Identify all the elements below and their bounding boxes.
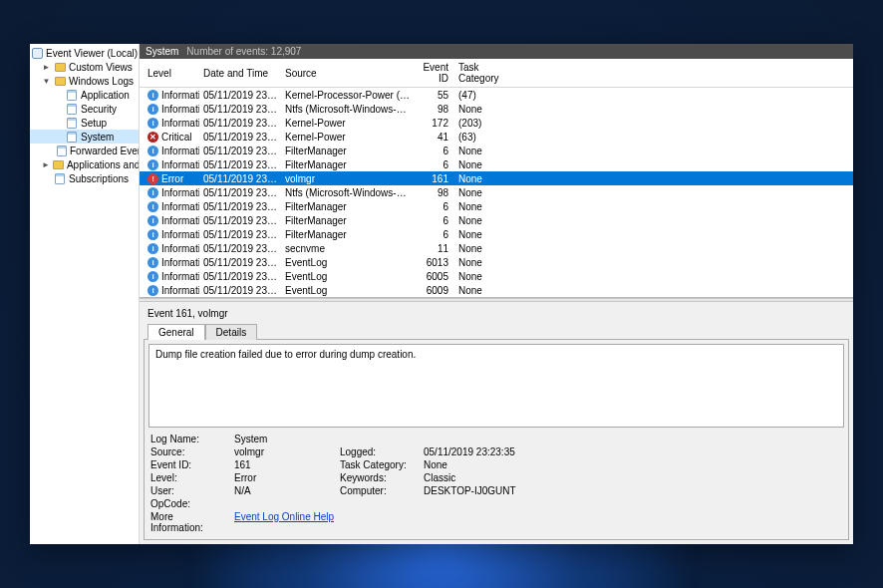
cell-taskcat: (47) [454,90,524,101]
tree-node-forwarded-events[interactable]: Forwarded Events [30,144,139,157]
folder-icon [53,158,64,170]
cell-eventid: 98 [415,187,454,198]
col-date[interactable]: Date and Time [199,68,281,79]
information-icon: i [147,159,158,170]
cell-taskcat: (203) [454,118,524,129]
cell-source: secnvme [281,243,415,254]
tree-node-applications-and-services-logs[interactable]: ►Applications and Services Logs [30,157,139,171]
cell-date: 05/11/2019 23:23:37 [199,285,281,296]
tree-node-subscriptions[interactable]: Subscriptions [30,171,139,185]
cell-date: 05/11/2019 23:23:35 [199,201,281,212]
opcode-value [234,498,334,509]
cell-taskcat: (63) [454,132,524,143]
moreinfo-link[interactable]: Event Log Online Help [234,511,563,533]
event-row[interactable]: !Error05/11/2019 23:23:35volmgr161None [140,171,853,185]
logname-value: System [234,434,334,444]
tree-twisty-icon[interactable]: ► [42,160,50,169]
tree-node-label: Security [81,104,117,115]
tree-root[interactable]: Event Viewer (Local) [30,46,139,60]
event-row[interactable]: iInformation05/11/2019 23:23:35Kernel-Pr… [140,88,853,102]
eventid-label: Event ID: [150,459,228,470]
event-row[interactable]: iInformation05/11/2019 23:23:35secnvme11… [140,241,853,255]
tree-node-security[interactable]: Security [30,102,139,116]
event-row[interactable]: iInformation05/11/2019 23:23:35Ntfs (Mic… [140,102,853,116]
tab-details[interactable]: Details [205,324,258,340]
cell-date: 05/11/2019 23:23:35 [199,118,281,129]
event-row[interactable]: iInformation05/11/2019 23:23:35FilterMan… [140,213,853,227]
tree-node-windows-logs[interactable]: ▼Windows Logs [30,74,139,88]
cell-eventid: 98 [415,104,454,115]
cell-eventid: 6 [415,146,454,156]
cell-level: iInformation [144,229,199,240]
event-row[interactable]: iInformation05/11/2019 23:23:37EventLog6… [140,269,853,283]
information-icon: i [147,146,158,156]
event-row[interactable]: iInformation05/11/2019 23:23:35Ntfs (Mic… [140,185,853,199]
col-eventid[interactable]: Event ID [415,62,454,84]
tab-general[interactable]: General [147,324,205,340]
cell-source: FilterManager [281,215,415,226]
event-row[interactable]: iInformation05/11/2019 23:23:35Kernel-Po… [140,116,853,130]
cell-taskcat: None [454,285,524,296]
cell-eventid: 41 [415,132,454,143]
col-level[interactable]: Level [144,68,199,79]
cell-date: 05/11/2019 23:23:35 [199,229,281,240]
critical-icon: ✕ [147,132,158,143]
cell-date: 05/11/2019 23:23:35 [199,132,281,143]
cell-level: iInformation [144,285,199,296]
event-row[interactable]: iInformation05/11/2019 23:23:35FilterMan… [140,144,853,157]
event-row[interactable]: iInformation05/11/2019 23:23:35FilterMan… [140,157,853,171]
information-icon: i [147,229,158,240]
tree-node-label: Application [81,90,130,101]
tree-node-custom-views[interactable]: ►Custom Views [30,60,139,74]
col-source[interactable]: Source [281,68,415,79]
event-row[interactable]: iInformation05/11/2019 23:23:35FilterMan… [140,199,853,213]
cell-eventid: 6 [415,201,454,212]
tree-node-system[interactable]: System [30,130,139,144]
user-label: User: [150,485,228,496]
content-pane: System Number of events: 12,907 Level Da… [140,44,853,544]
cell-eventid: 6 [415,159,454,170]
cell-level: iInformation [144,215,199,226]
tree-node-label: Subscriptions [69,173,129,184]
grid-header[interactable]: Level Date and Time Source Event ID Task… [140,59,853,88]
information-icon: i [147,104,158,115]
cell-date: 05/11/2019 23:23:35 [199,146,281,156]
level-text: Information [161,201,199,212]
col-taskcat[interactable]: Task Category [454,62,524,84]
event-grid[interactable]: Level Date and Time Source Event ID Task… [140,59,853,298]
event-row[interactable]: iInformation05/11/2019 23:23:35FilterMan… [140,227,853,241]
tree-twisty-icon[interactable]: ► [42,63,51,72]
opcode-label: OpCode: [150,498,228,509]
cell-date: 05/11/2019 23:23:37 [199,257,281,268]
information-icon: i [147,285,158,296]
tree-node-application[interactable]: Application [30,88,139,102]
tree-twisty-icon[interactable]: ▼ [42,77,51,86]
cell-source: EventLog [281,285,415,296]
event-row[interactable]: iInformation05/11/2019 23:23:37EventLog6… [140,255,853,269]
detail-tabs: General Details [144,323,849,339]
event-row[interactable]: ✕Critical05/11/2019 23:23:35Kernel-Power… [140,130,853,144]
cell-date: 05/11/2019 23:23:35 [199,187,281,198]
logname-label: Log Name: [150,434,228,444]
cell-taskcat: None [454,271,524,282]
level-text: Information [161,118,199,129]
event-row[interactable]: iInformation05/11/2019 23:23:37EventLog6… [140,283,853,297]
cell-eventid: 6 [415,215,454,226]
cell-eventid: 172 [415,118,454,129]
tree-node-label: Applications and Services Logs [67,159,140,170]
tree-node-label: Setup [81,118,107,129]
tree-node-setup[interactable]: Setup [30,116,139,130]
source-label: Source: [150,446,228,457]
cell-date: 05/11/2019 23:23:35 [199,159,281,170]
information-icon: i [147,201,158,212]
information-icon: i [147,215,158,226]
moreinfo-label: More Information: [150,511,228,533]
cell-level: iInformation [144,159,199,170]
cell-source: EventLog [281,271,415,282]
event-message: Dump file creation failed due to error d… [148,344,844,428]
computer-value: DESKTOP-IJ0GUNT [424,485,563,496]
cell-source: FilterManager [281,229,415,240]
eventid-value: 161 [234,459,334,470]
navigation-tree[interactable]: Event Viewer (Local) ►Custom Views▼Windo… [30,44,140,544]
log-icon [66,103,78,115]
